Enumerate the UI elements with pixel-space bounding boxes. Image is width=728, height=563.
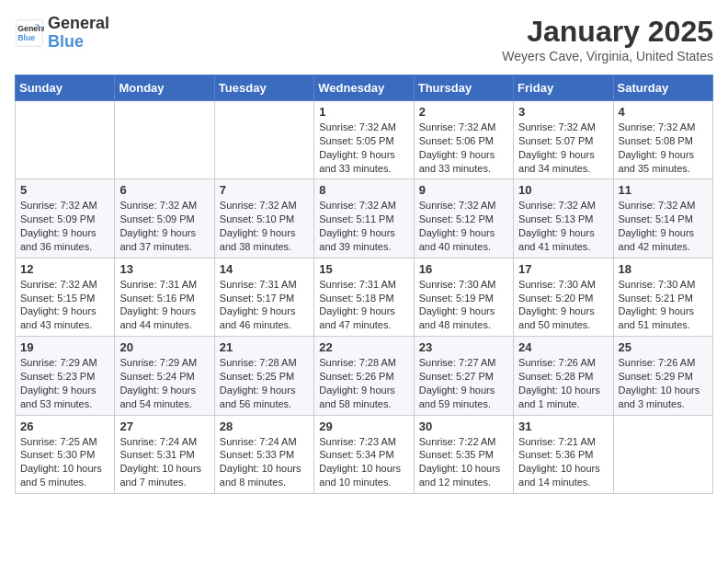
day-info: Daylight: 9 hours and 42 minutes. [619, 226, 708, 254]
location: Weyers Cave, Virginia, United States [502, 49, 713, 63]
day-number: 7 [220, 183, 309, 197]
day-info: Sunset: 5:30 PM [20, 448, 109, 462]
day-info: Daylight: 10 hours and 12 minutes. [419, 462, 508, 489]
calendar-cell [613, 415, 712, 493]
day-info: Daylight: 9 hours and 51 minutes. [619, 304, 708, 332]
calendar-cell: 10Sunrise: 7:32 AMSunset: 5:13 PMDayligh… [514, 179, 613, 258]
calendar-week-row: 1Sunrise: 7:32 AMSunset: 5:05 PMDaylight… [16, 101, 713, 179]
day-number: 14 [220, 262, 309, 276]
day-number: 17 [518, 262, 608, 276]
weekday-header: Thursday [414, 75, 513, 101]
day-info: Sunset: 5:26 PM [319, 370, 408, 384]
day-info: Sunset: 5:28 PM [518, 370, 608, 384]
day-info: Sunrise: 7:31 AM [220, 278, 309, 292]
logo-general: General [48, 15, 109, 33]
day-info: Sunrise: 7:32 AM [319, 199, 408, 213]
calendar-week-row: 12Sunrise: 7:32 AMSunset: 5:15 PMDayligh… [16, 258, 713, 336]
calendar-cell [115, 101, 214, 179]
day-info: Daylight: 9 hours and 33 minutes. [419, 148, 508, 176]
day-number: 31 [518, 419, 608, 433]
calendar-cell: 15Sunrise: 7:31 AMSunset: 5:18 PMDayligh… [314, 258, 414, 336]
weekday-header: Wednesday [314, 75, 414, 101]
day-info: Daylight: 10 hours and 5 minutes. [20, 462, 109, 489]
day-info: Sunset: 5:18 PM [319, 292, 408, 305]
day-number: 18 [619, 262, 708, 276]
day-info: Sunrise: 7:32 AM [518, 199, 608, 213]
day-number: 3 [518, 105, 608, 119]
day-info: Sunrise: 7:32 AM [619, 199, 708, 213]
calendar-cell: 12Sunrise: 7:32 AMSunset: 5:15 PMDayligh… [16, 258, 115, 336]
day-info: Sunrise: 7:24 AM [220, 435, 309, 449]
day-info: Daylight: 9 hours and 36 minutes. [20, 226, 109, 254]
day-info: Daylight: 10 hours and 8 minutes. [220, 462, 309, 489]
day-info: Daylight: 9 hours and 58 minutes. [319, 384, 408, 411]
day-info: Sunrise: 7:32 AM [20, 199, 109, 213]
day-info: Sunrise: 7:26 AM [518, 356, 608, 370]
weekday-header: Sunday [16, 75, 115, 101]
calendar-cell [214, 101, 313, 179]
day-info: Sunset: 5:25 PM [220, 370, 309, 384]
svg-text:Blue: Blue [17, 33, 35, 42]
day-number: 8 [319, 183, 408, 197]
day-number: 20 [119, 340, 209, 354]
calendar-cell: 8Sunrise: 7:32 AMSunset: 5:11 PMDaylight… [314, 179, 414, 258]
day-info: Daylight: 9 hours and 54 minutes. [119, 384, 209, 411]
day-info: Sunrise: 7:30 AM [419, 278, 508, 292]
day-info: Sunset: 5:27 PM [419, 370, 508, 384]
calendar-week-row: 26Sunrise: 7:25 AMSunset: 5:30 PMDayligh… [16, 415, 713, 493]
day-number: 29 [319, 419, 408, 433]
calendar-cell: 1Sunrise: 7:32 AMSunset: 5:05 PMDaylight… [314, 101, 414, 179]
calendar-cell: 17Sunrise: 7:30 AMSunset: 5:20 PMDayligh… [514, 258, 613, 336]
day-info: Sunrise: 7:27 AM [419, 356, 508, 370]
day-info: Sunset: 5:16 PM [119, 292, 209, 305]
calendar-cell: 27Sunrise: 7:24 AMSunset: 5:31 PMDayligh… [115, 415, 214, 493]
calendar-cell: 28Sunrise: 7:24 AMSunset: 5:33 PMDayligh… [214, 415, 313, 493]
day-number: 6 [119, 183, 209, 197]
day-info: Daylight: 10 hours and 7 minutes. [119, 462, 209, 489]
day-number: 13 [119, 262, 209, 276]
day-info: Sunset: 5:24 PM [119, 370, 209, 384]
day-number: 10 [518, 183, 608, 197]
day-info: Sunset: 5:08 PM [619, 134, 708, 148]
day-info: Daylight: 10 hours and 10 minutes. [319, 462, 408, 489]
day-info: Sunrise: 7:29 AM [119, 356, 209, 370]
calendar-cell: 29Sunrise: 7:23 AMSunset: 5:34 PMDayligh… [314, 415, 414, 493]
day-info: Daylight: 9 hours and 59 minutes. [419, 384, 508, 411]
calendar-cell: 5Sunrise: 7:32 AMSunset: 5:09 PMDaylight… [16, 179, 115, 258]
logo-blue: Blue [48, 33, 109, 52]
weekday-header-row: SundayMondayTuesdayWednesdayThursdayFrid… [16, 75, 713, 101]
day-info: Sunrise: 7:32 AM [518, 121, 608, 134]
calendar-cell: 21Sunrise: 7:28 AMSunset: 5:25 PMDayligh… [214, 337, 313, 415]
day-info: Sunset: 5:09 PM [20, 213, 109, 226]
calendar-cell: 2Sunrise: 7:32 AMSunset: 5:06 PMDaylight… [414, 101, 513, 179]
day-info: Daylight: 9 hours and 35 minutes. [619, 148, 708, 176]
calendar-cell: 11Sunrise: 7:32 AMSunset: 5:14 PMDayligh… [613, 179, 712, 258]
calendar-cell: 7Sunrise: 7:32 AMSunset: 5:10 PMDaylight… [214, 179, 313, 258]
calendar-cell: 20Sunrise: 7:29 AMSunset: 5:24 PMDayligh… [115, 337, 214, 415]
day-info: Sunset: 5:31 PM [119, 448, 209, 462]
day-info: Sunset: 5:23 PM [20, 370, 109, 384]
calendar: SundayMondayTuesdayWednesdayThursdayFrid… [15, 75, 713, 494]
weekday-header: Friday [514, 75, 613, 101]
day-info: Sunrise: 7:30 AM [619, 278, 708, 292]
day-info: Sunrise: 7:30 AM [518, 278, 608, 292]
day-info: Daylight: 9 hours and 41 minutes. [518, 226, 608, 254]
calendar-cell: 16Sunrise: 7:30 AMSunset: 5:19 PMDayligh… [414, 258, 513, 336]
day-info: Sunrise: 7:32 AM [119, 199, 209, 213]
day-info: Sunset: 5:07 PM [518, 134, 608, 148]
weekday-header: Monday [115, 75, 214, 101]
day-info: Sunset: 5:19 PM [419, 292, 508, 305]
day-number: 27 [119, 419, 209, 433]
day-info: Daylight: 9 hours and 40 minutes. [419, 226, 508, 254]
day-info: Sunrise: 7:23 AM [319, 435, 408, 449]
day-info: Sunrise: 7:31 AM [119, 278, 209, 292]
day-info: Sunrise: 7:32 AM [220, 199, 309, 213]
day-info: Sunrise: 7:29 AM [20, 356, 109, 370]
day-number: 24 [518, 340, 608, 354]
day-info: Daylight: 9 hours and 53 minutes. [20, 384, 109, 411]
day-info: Daylight: 10 hours and 1 minute. [518, 384, 608, 411]
day-number: 21 [220, 340, 309, 354]
day-info: Sunset: 5:10 PM [220, 213, 309, 226]
day-info: Sunset: 5:35 PM [419, 448, 508, 462]
page-header: General Blue General Blue January 2025 W… [15, 15, 713, 63]
